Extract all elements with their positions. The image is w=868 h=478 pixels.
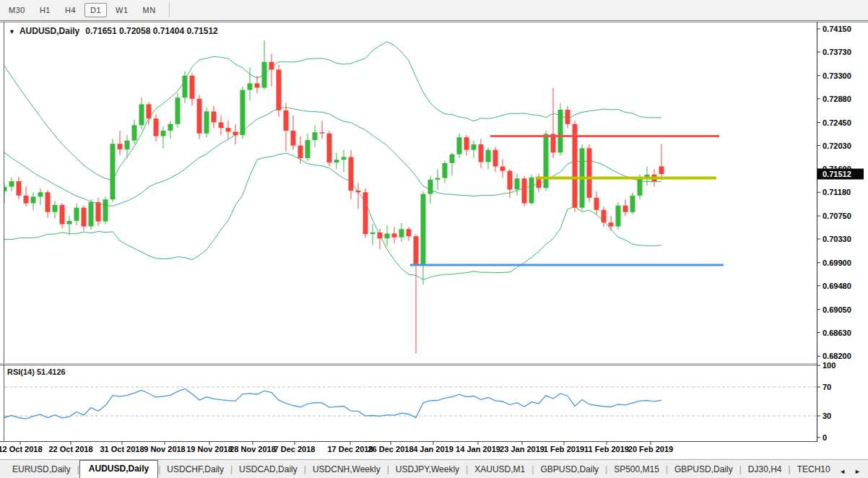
- candle-body: [74, 208, 79, 221]
- price-axis-tick-label: 0.72880: [823, 95, 851, 103]
- candle-body: [616, 206, 621, 227]
- candle-body: [529, 178, 534, 204]
- chart-symbol-label: AUDUSD,Daily: [19, 26, 79, 36]
- price-axis-tick-label: 0.72030: [823, 142, 851, 150]
- candle-body: [24, 196, 29, 204]
- candle-body: [515, 178, 520, 189]
- candle-body: [45, 192, 51, 212]
- candle-body: [38, 192, 43, 196]
- candle-body: [558, 110, 563, 152]
- candle-body: [132, 125, 137, 140]
- candle-body: [414, 236, 419, 265]
- candle-body: [342, 157, 347, 160]
- price-axis-tick-label: 0.70750: [823, 212, 851, 220]
- candle-body: [385, 233, 390, 238]
- rsi-axis-tick-label: 100: [823, 361, 836, 370]
- candle-body: [508, 171, 513, 190]
- bollinger-bands: [4, 42, 661, 280]
- date-axis-tick-label: 28 Nov 2018: [230, 445, 276, 453]
- candle-body: [255, 83, 260, 87]
- candle-body: [31, 196, 36, 203]
- chart-canvas[interactable]: 0.741500.737300.733000.728800.724500.720…: [0, 0, 868, 478]
- candle-body: [277, 69, 282, 110]
- candle-body: [544, 134, 549, 188]
- date-axis-tick-label: 31 Oct 2018: [100, 445, 144, 453]
- date-axis-tick-label: 11 Feb 2019: [584, 445, 629, 453]
- date-axis-tick-label: 19 Nov 2018: [186, 445, 233, 453]
- candle-body: [269, 62, 274, 70]
- candle-body: [118, 144, 123, 149]
- candle-body: [363, 192, 368, 234]
- candle-body: [17, 181, 22, 196]
- candle-body: [2, 187, 7, 191]
- price-axis-tick-label: 0.69900: [823, 258, 851, 267]
- price-axis-tick-label: 0.73730: [823, 48, 851, 56]
- candle-body: [623, 206, 628, 212]
- candle-body: [82, 208, 87, 227]
- candle-body: [219, 123, 224, 129]
- date-axis-tick-label: 14 Jan 2019: [456, 445, 500, 453]
- candle-body: [298, 146, 303, 159]
- candle-body: [464, 137, 469, 150]
- candle-body: [565, 110, 570, 124]
- date-axis-tick-label: 9 Nov 2018: [144, 445, 185, 453]
- candle-body: [594, 198, 599, 210]
- candle-body: [630, 196, 635, 212]
- price-axis-tick-label: 0.74150: [823, 25, 851, 33]
- candle-body: [587, 148, 592, 198]
- candle-body: [154, 118, 159, 136]
- candle-body: [89, 202, 94, 227]
- candle-body: [493, 150, 498, 167]
- candle-body: [291, 131, 296, 146]
- candle-body: [226, 128, 231, 131]
- candle-body: [602, 210, 607, 223]
- price-axis-tick-label: 0.70330: [823, 235, 851, 243]
- candle-body: [407, 229, 412, 236]
- candle-body: [356, 191, 361, 192]
- price-axis-tick-label: 0.71180: [823, 188, 851, 196]
- chart-ohlc-values: 0.71651 0.72058 0.71404 0.71512: [85, 26, 218, 36]
- candle-body: [96, 202, 101, 222]
- candle-body: [240, 90, 246, 136]
- price-axis-tick-label: 0.73300: [823, 71, 851, 80]
- date-axis-tick-label: 12 Oct 2018: [0, 445, 43, 453]
- rsi-axis-tick-label: 30: [823, 412, 831, 420]
- candle-body: [450, 155, 455, 163]
- candle-body: [522, 178, 527, 203]
- date-axis-tick-label: 1 Feb 2019: [544, 445, 584, 453]
- candle-body: [428, 180, 433, 194]
- candle-body: [110, 144, 116, 199]
- candle-body: [370, 233, 376, 234]
- candle-body: [378, 233, 383, 238]
- candle-body: [197, 99, 202, 134]
- candle-body: [139, 104, 144, 125]
- rsi-indicator-label: RSI(14) 51.4126: [7, 368, 66, 376]
- date-axis-tick-label: 20 Feb 2019: [628, 445, 673, 453]
- date-axis-tick-label: 17 Dec 2018: [328, 445, 373, 453]
- candle-body: [53, 205, 58, 212]
- candle-body: [472, 144, 477, 150]
- candle-body: [262, 62, 267, 88]
- candle-body: [305, 140, 311, 158]
- candle-body: [284, 110, 289, 131]
- candle-body: [103, 199, 108, 222]
- candle-body: [190, 76, 195, 99]
- candle-body: [248, 83, 253, 90]
- collapse-chart-icon[interactable]: ▼: [9, 28, 15, 35]
- current-price-tag-label: 0.71512: [823, 170, 851, 178]
- candle-body: [349, 157, 354, 191]
- candle-body: [60, 205, 65, 225]
- candle-body: [457, 137, 462, 155]
- price-axis-tick-label: 0.69480: [823, 282, 851, 290]
- candle-body: [320, 132, 325, 134]
- candle-body: [659, 166, 664, 174]
- date-axis-tick-label: 22 Oct 2018: [48, 445, 92, 453]
- date-axis-tick-label: 26 Dec 2018: [368, 445, 414, 453]
- chart-header: ▼AUDUSD,Daily0.71651 0.72058 0.71404 0.7…: [9, 26, 218, 36]
- date-axis-tick-label: 4 Jan 2019: [413, 445, 453, 453]
- price-axis-tick-label: 0.72450: [823, 118, 851, 127]
- candle-body: [175, 97, 181, 124]
- price-axis-tick-label: 0.69050: [823, 305, 851, 314]
- candle-body: [479, 144, 484, 162]
- candle-body: [204, 111, 209, 134]
